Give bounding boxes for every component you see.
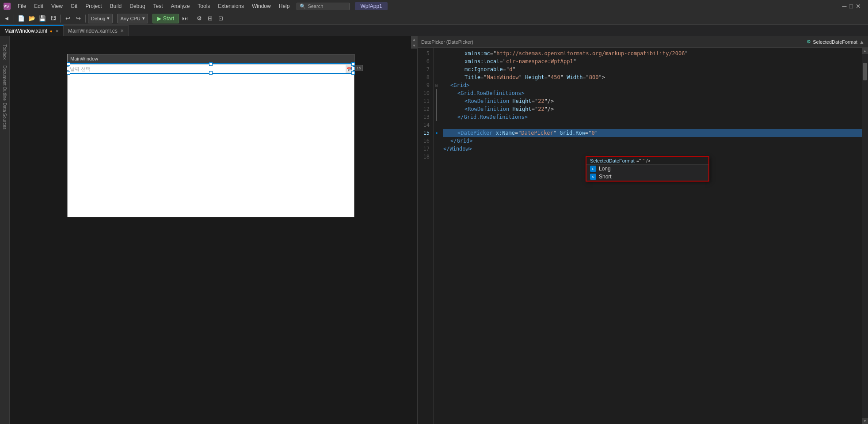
sidebar-document-outline[interactable]: Document Outline bbox=[1, 65, 9, 101]
code-line-12: <RowDefinition Height="22"/> bbox=[443, 105, 868, 113]
autocomplete-item-short[interactable]: S Short bbox=[586, 173, 708, 181]
code-line-8: Title="MainWindow" Height="450" Width="8… bbox=[443, 73, 868, 81]
menu-edit[interactable]: Edit bbox=[30, 2, 47, 10]
line-num-12: 12 bbox=[418, 105, 430, 113]
line-num-9: 9 bbox=[418, 81, 430, 89]
tab-close-cs[interactable]: ✕ bbox=[120, 28, 124, 33]
attach-button[interactable]: ⚙ bbox=[194, 14, 204, 23]
resize-handle-br[interactable] bbox=[351, 71, 355, 75]
new-file-button[interactable]: 📄 bbox=[16, 14, 26, 23]
line-num-7: 7 bbox=[418, 65, 430, 73]
window-preview: MainWindow 15 bbox=[67, 54, 354, 217]
window-title-text: MainWindow bbox=[70, 56, 98, 61]
vs-logo: VS bbox=[4, 3, 11, 10]
tab-label-cs: MainWindow.xaml.cs bbox=[68, 28, 118, 34]
autocomplete-icon-short: S bbox=[590, 174, 596, 180]
redo-button[interactable]: ↪ bbox=[73, 14, 83, 23]
tab-bar: MainWindow.xaml ● ✕ MainWindow.xaml.cs ✕ bbox=[0, 25, 868, 36]
scrollbar-thumb[interactable] bbox=[863, 63, 867, 80]
toolbar-separator-3 bbox=[85, 15, 86, 23]
fold-grid[interactable]: ⊟ bbox=[434, 81, 440, 89]
property-icon: ⚙ bbox=[807, 39, 811, 45]
scroll-down-code[interactable]: ▼ bbox=[862, 418, 868, 424]
platform-dropdown-arrow-icon: ▾ bbox=[142, 15, 145, 21]
menu-test[interactable]: Test bbox=[150, 2, 167, 10]
platform-dropdown[interactable]: Any CPU ▾ bbox=[117, 14, 148, 23]
toolbar: ◄ 📄 📂 💾 🖫 ↩ ↪ Debug ▾ Any CPU ▾ ▶ Start … bbox=[0, 12, 868, 25]
step-over-button[interactable]: ⏭ bbox=[180, 14, 190, 23]
code-line-17: </Window> bbox=[443, 145, 868, 153]
sidebar-data-sources[interactable]: Data Sources bbox=[1, 101, 9, 132]
menu-tools[interactable]: Tools bbox=[194, 2, 213, 10]
menu-project[interactable]: Project bbox=[82, 2, 105, 10]
zoom-button[interactable]: ⊡ bbox=[216, 14, 225, 23]
autocomplete-label-short: Short bbox=[599, 174, 612, 180]
tab-label-xaml: MainWindow.xaml bbox=[4, 28, 47, 34]
line-num-18: 18 bbox=[418, 153, 430, 161]
menu-view[interactable]: View bbox=[48, 2, 66, 10]
maximize-button[interactable]: □ bbox=[849, 3, 853, 10]
main-layout: Toolbox Document Outline Data Sources ▲ … bbox=[0, 36, 868, 424]
open-button[interactable]: 📂 bbox=[27, 14, 37, 23]
menu-window[interactable]: Window bbox=[248, 2, 274, 10]
fold-indicators: ⊟ ● bbox=[434, 48, 440, 424]
resize-handle-bc[interactable] bbox=[209, 71, 213, 75]
active-line-indicator: ● bbox=[434, 129, 440, 137]
menu-file[interactable]: File bbox=[14, 2, 30, 10]
menu-extensions[interactable]: Extensions bbox=[214, 2, 247, 10]
line-num-13: 13 bbox=[418, 113, 430, 121]
resize-handle-ml[interactable] bbox=[67, 67, 70, 70]
autocomplete-header: SelectedDateFormat =" " /> bbox=[586, 157, 708, 165]
autocomplete-item-long[interactable]: L Long bbox=[586, 165, 708, 173]
sidebar-toolbox[interactable]: Toolbox bbox=[1, 39, 9, 65]
tab-mainwindow-cs[interactable]: MainWindow.xaml.cs ✕ bbox=[64, 25, 129, 36]
save-all-button[interactable]: 🖫 bbox=[48, 14, 58, 23]
resize-handle-bl[interactable] bbox=[67, 71, 70, 75]
breadcrumb-datepicker: DatePicker (DatePicker) bbox=[421, 39, 473, 45]
debug-config-dropdown[interactable]: Debug ▾ bbox=[88, 14, 113, 23]
tab-mainwindow-xaml[interactable]: MainWindow.xaml ● ✕ bbox=[0, 25, 64, 36]
scroll-up-button[interactable]: ▲ bbox=[411, 36, 417, 42]
search-box[interactable]: 🔍 Search bbox=[297, 3, 350, 10]
play-icon: ▶ bbox=[157, 15, 161, 22]
resize-handle-tc[interactable] bbox=[209, 62, 213, 66]
code-lines[interactable]: xmlns:mc="http://schemas.openxmlformats.… bbox=[440, 48, 868, 424]
toolbar-separator-1 bbox=[14, 15, 14, 23]
code-line-14 bbox=[443, 121, 868, 129]
menu-git[interactable]: Git bbox=[67, 2, 81, 10]
undo-button[interactable]: ↩ bbox=[63, 14, 72, 23]
selected-date-format-label: SelectedDateFormat bbox=[813, 39, 857, 45]
minimize-button[interactable]: ─ bbox=[842, 3, 847, 10]
line-numbers: 5 6 7 8 9 10 11 12 13 14 15 16 17 18 bbox=[418, 48, 434, 424]
code-panel-header: DatePicker (DatePicker) ⚙ SelectedDateFo… bbox=[418, 36, 868, 48]
resize-handle-tl[interactable] bbox=[67, 62, 70, 66]
resize-handle-tr[interactable] bbox=[351, 62, 355, 66]
project-tab[interactable]: WpfApp1 bbox=[355, 2, 387, 10]
close-button[interactable]: ✕ bbox=[856, 3, 861, 10]
collapse-editor-button[interactable]: ▲ bbox=[859, 39, 864, 45]
scroll-up-code[interactable]: ▲ bbox=[862, 48, 868, 54]
autocomplete-icon-long: L bbox=[590, 166, 596, 172]
code-line-11: <RowDefinition Height="22"/> bbox=[443, 97, 868, 105]
code-scrollbar[interactable]: ▲ ▼ bbox=[862, 48, 868, 424]
start-button[interactable]: ▶ Start bbox=[152, 14, 179, 23]
line-num-5: 5 bbox=[418, 49, 430, 57]
line-num-8: 8 bbox=[418, 73, 430, 81]
menu-analyze[interactable]: Analyze bbox=[168, 2, 194, 10]
code-line-7: mc:Ignorable="d" bbox=[443, 65, 868, 73]
scroll-down-button[interactable]: ▼ bbox=[411, 42, 417, 49]
code-line-5: xmlns:mc="http://schemas.openxmlformats.… bbox=[443, 49, 868, 57]
save-button[interactable]: 💾 bbox=[38, 14, 47, 23]
line-num-6: 6 bbox=[418, 57, 430, 65]
back-button[interactable]: ◄ bbox=[2, 14, 11, 23]
layout-button[interactable]: ⊞ bbox=[205, 14, 215, 23]
tab-close-xaml[interactable]: ✕ bbox=[55, 29, 59, 34]
title-bar: VS File Edit View Git Project Build Debu… bbox=[0, 0, 868, 12]
menu-debug[interactable]: Debug bbox=[126, 2, 148, 10]
resize-handle-mr[interactable] bbox=[351, 67, 355, 70]
line-num-10: 10 bbox=[418, 89, 430, 97]
menu-build[interactable]: Build bbox=[107, 2, 126, 10]
size-indicator: 15 bbox=[355, 65, 363, 71]
menu-help[interactable]: Help bbox=[275, 2, 293, 10]
modified-indicator: ● bbox=[50, 29, 53, 34]
